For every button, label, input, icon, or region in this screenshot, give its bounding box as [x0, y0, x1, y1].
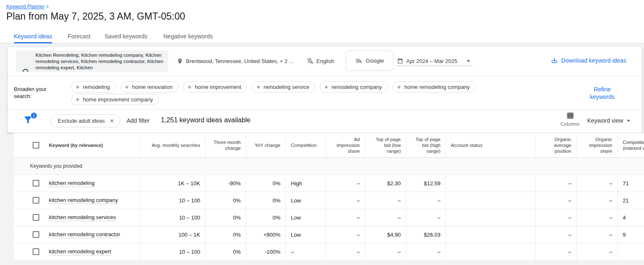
row-checkbox[interactable]: [33, 180, 39, 187]
chip-label: home improvement company: [83, 96, 153, 103]
row-checkbox[interactable]: [33, 214, 39, 221]
filters-button[interactable]: 1: [23, 112, 37, 126]
table-cell: +900%: [246, 226, 286, 243]
remove-filter-icon[interactable]: ×: [110, 117, 114, 124]
column-header-label: Account status: [451, 142, 482, 148]
table-cell: 100 – 1K: [140, 226, 206, 243]
table-cell: –: [577, 226, 618, 243]
broaden-chip[interactable]: +home improvement: [183, 81, 247, 93]
calendar-icon: [397, 58, 403, 64]
table-cell: [446, 226, 536, 243]
broaden-chip[interactable]: +remodeling: [71, 81, 116, 93]
column-header[interactable]: YoY change: [246, 133, 286, 157]
select-all-checkbox[interactable]: [33, 142, 39, 149]
chip-label: remodeling company: [331, 84, 382, 90]
network-selector-button[interactable]: Google: [346, 50, 394, 71]
column-header-label: Avg. monthly searches: [152, 142, 200, 148]
table-cell: 0%: [206, 226, 246, 243]
column-header-label: Competition (indexed value): [623, 139, 644, 151]
column-header[interactable]: Competition: [286, 133, 326, 157]
column-header[interactable]: Three month change: [206, 133, 246, 157]
columns-button[interactable]: Columns: [560, 112, 580, 126]
broaden-chip[interactable]: +remodeling company: [320, 81, 388, 93]
column-header[interactable]: Competition (indexed value): [618, 133, 644, 157]
row-checkbox[interactable]: [33, 197, 39, 204]
divider: [8, 109, 642, 110]
column-header[interactable]: Organic impression share: [577, 133, 618, 157]
keyword-text[interactable]: kitchen remodeling expert: [49, 248, 111, 255]
cell-value: Low: [291, 197, 301, 204]
cell-value: –: [357, 197, 360, 204]
plus-icon: +: [397, 83, 401, 91]
table-cell: 21: [618, 192, 644, 209]
table-cell: –: [406, 192, 446, 209]
table-cell: -90%: [206, 175, 246, 192]
table-cell: –: [536, 226, 577, 243]
translate-icon: [307, 58, 313, 64]
plus-icon: +: [256, 83, 260, 91]
tab-negative-keywords[interactable]: Negative keywords: [163, 29, 213, 43]
columns-label: Columns: [560, 121, 580, 126]
page-title: Plan from May 7, 2025, 3 AM, GMT-05:00: [6, 11, 185, 22]
table-cell: –: [406, 243, 446, 260]
tab-keyword-ideas[interactable]: Keyword ideas: [14, 29, 52, 43]
column-header[interactable]: Ad impression share: [326, 133, 365, 157]
cell-value: 4: [623, 215, 626, 221]
cell-value: 0%: [233, 215, 241, 221]
table-cell: 1K – 10K: [140, 175, 206, 192]
cell-value: –: [438, 215, 440, 221]
column-header-label: Organic average position: [541, 136, 571, 154]
keyword-text[interactable]: kitchen remodeling: [49, 180, 94, 187]
network-value: Google: [366, 58, 384, 64]
keyword-view-dropdown[interactable]: Keyword view: [587, 117, 630, 124]
table-cell: 0%: [206, 243, 246, 260]
column-header[interactable]: Top of page bid (high range): [406, 133, 446, 157]
keyword-text[interactable]: kitchen remodeling services: [49, 214, 116, 221]
add-filter-button[interactable]: Add filter: [127, 117, 150, 124]
refine-keywords-button[interactable]: Refine keywords: [583, 86, 621, 101]
broaden-chip[interactable]: +home improvement company: [71, 94, 159, 105]
table-cell: 71: [618, 175, 644, 192]
broaden-chip[interactable]: +home remodeling company: [392, 81, 476, 93]
broaden-chip[interactable]: +remodeling service: [252, 81, 315, 93]
column-header[interactable]: Top of page bid (low range): [365, 133, 406, 157]
cell-value: –: [398, 215, 401, 221]
table-cell: –: [365, 192, 406, 209]
exclude-adult-ideas-chip[interactable]: Exclude adult ideas ×: [50, 114, 120, 127]
tab-forecast[interactable]: Forecast: [68, 29, 90, 43]
broaden-chips-row-1: +remodeling+home renovation+home improve…: [71, 81, 476, 93]
cell-value: $4.90: [387, 232, 401, 238]
column-header-label: YoY change: [255, 142, 280, 148]
breadcrumb-link[interactable]: Keyword Planner: [6, 4, 44, 10]
cell-value: -90%: [228, 180, 241, 187]
column-header-label: Ad impression share: [331, 136, 360, 154]
table-cell: [446, 209, 536, 226]
row-checkbox[interactable]: [33, 231, 39, 238]
cell-value: –: [568, 180, 571, 187]
tab-saved-keywords[interactable]: Saved keywords: [104, 29, 148, 43]
table-cell: –: [326, 175, 365, 192]
keyword-text[interactable]: kitchen remodeling company: [49, 197, 118, 204]
broaden-chip[interactable]: +home renovation: [120, 81, 178, 93]
download-keyword-ideas-button[interactable]: Download keyword ideas: [551, 57, 626, 64]
location-selector[interactable]: Brentwood, Tennessee, United States, + 2…: [177, 57, 293, 65]
column-header[interactable]: Organic average position: [536, 133, 577, 157]
date-range-selector[interactable]: Apr 2024 – Mar 2025: [397, 57, 470, 65]
keywords-input[interactable]: Kitchen Remodeling, Kitchen remodeling c…: [16, 50, 168, 72]
table-cell: [446, 175, 536, 192]
tab-strip: Keyword ideas Forecast Saved keywords Ne…: [0, 29, 644, 43]
language-selector[interactable]: English: [307, 57, 334, 65]
row-checkbox[interactable]: [33, 248, 39, 255]
table-cell: [446, 243, 536, 260]
keyword-text[interactable]: kitchen remodeling contractor: [49, 231, 120, 238]
column-header[interactable]: Account status: [446, 133, 536, 157]
table-row: kitchen remodeling services10 – 1000%0%L…: [14, 209, 644, 226]
column-header[interactable]: Avg. monthly searches: [140, 133, 206, 157]
cell-value: 0%: [233, 197, 241, 204]
cell-value: 71: [623, 180, 629, 187]
table-cell: [618, 243, 644, 260]
column-header-label: Top of page bid (high range): [411, 136, 440, 154]
language-value: English: [316, 58, 334, 64]
column-header-label: Three month change: [211, 139, 241, 151]
cell-value: 21: [623, 197, 629, 204]
